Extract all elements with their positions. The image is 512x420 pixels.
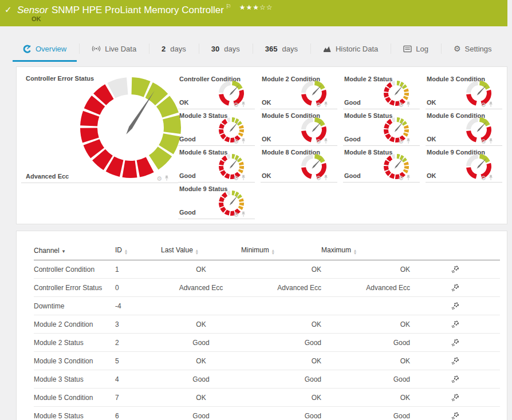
channel-settings-gears-icon[interactable] <box>451 265 460 274</box>
table-row[interactable]: Controller Condition1OKOKOK <box>34 260 500 279</box>
tab-number: 2 <box>162 45 166 53</box>
gauge-cell-controller-condition[interactable]: Controller ConditionOK⚙ <box>178 73 255 109</box>
table-cell: OK <box>161 260 241 279</box>
channel-settings-gears-icon[interactable] <box>451 283 460 292</box>
gauge-settings-gear-icon[interactable]: ⚙ <box>481 138 486 144</box>
column-header-last-value[interactable]: Last Value▴▾ <box>161 244 241 260</box>
pin-icon[interactable] <box>241 101 246 108</box>
table-cell: Good <box>241 334 321 352</box>
pin-icon[interactable] <box>489 101 493 108</box>
tab-historic-data[interactable]: Historic Data <box>310 35 391 62</box>
gauge-settings-gear-icon[interactable]: ⚙ <box>316 138 321 144</box>
pin-icon[interactable] <box>164 175 169 181</box>
gauge-settings-gear-icon[interactable]: ⚙ <box>316 102 321 108</box>
table-row[interactable]: Module 2 Status2GoodGoodGood <box>34 334 500 352</box>
gauge-cell-module-8-condition[interactable]: Module 8 ConditionOK⚙ <box>261 146 337 183</box>
gauge-cell-module-3-condition[interactable]: Module 3 ConditionOK⚙ <box>426 73 502 109</box>
channel-settings-gears-icon[interactable] <box>451 375 460 384</box>
table-cell: Advanced Ecc <box>321 279 410 297</box>
object-kind-label: Sensor <box>17 5 48 15</box>
gauge-cell-module-9-status[interactable]: Module 9 StatusGood⚙ <box>178 183 255 219</box>
gauge-cell-module-2-condition[interactable]: Module 2 ConditionOK⚙ <box>261 73 337 109</box>
table-row[interactable]: Module 5 Condition7OKOKOK <box>34 389 500 407</box>
channel-settings-gears-icon[interactable] <box>451 338 460 347</box>
priority-stars[interactable]: ★★★☆☆ <box>239 3 273 11</box>
gauge-cell-controller-error-status[interactable]: Controller Error Status Advanced Ecc ⚙ <box>21 73 178 183</box>
tab-30-days[interactable]: 30 days <box>199 35 253 62</box>
table-cell-settings <box>410 315 500 334</box>
pin-icon[interactable] <box>241 211 246 217</box>
sensor-header-bar: ✓ SensorSNMP HPE ProLiant Memory Control… <box>0 0 507 26</box>
gauge-value: Advanced Ecc <box>26 173 69 180</box>
channel-settings-gears-icon[interactable] <box>451 393 460 402</box>
tab-2-days[interactable]: 2 days <box>149 35 199 62</box>
column-header-maximum[interactable]: Maximum▴▾ <box>321 244 410 260</box>
gauge-settings-gear-icon[interactable]: ⚙ <box>156 176 162 181</box>
gauge-value: OK <box>179 99 189 106</box>
flag-icon[interactable]: ⚐ <box>226 3 231 10</box>
tab-overview[interactable]: Overview <box>10 35 79 62</box>
gauge-cell-module-5-status[interactable]: Module 5 StatusGood⚙ <box>343 109 420 146</box>
pin-icon[interactable] <box>241 175 246 181</box>
tab-live-data[interactable]: Live Data <box>79 35 149 62</box>
pin-icon[interactable] <box>406 101 411 108</box>
table-cell: OK <box>161 352 241 370</box>
gauge-cell-module-3-status[interactable]: Module 3 StatusGood⚙ <box>178 109 255 146</box>
channel-settings-gears-icon[interactable] <box>451 356 460 366</box>
gauge-settings-gear-icon[interactable]: ⚙ <box>233 138 239 144</box>
column-header-channel[interactable]: Channel▾ <box>34 244 115 260</box>
pin-icon[interactable] <box>324 175 328 181</box>
table-cell: Controller Error Status <box>34 279 115 297</box>
pin-icon[interactable] <box>324 138 328 144</box>
gauge-settings-gear-icon[interactable]: ⚙ <box>316 175 321 181</box>
gauge-icon <box>23 45 31 53</box>
gauge-settings-gear-icon[interactable]: ⚙ <box>481 175 486 181</box>
table-cell: OK <box>161 389 241 407</box>
table-row[interactable]: Module 2 Condition3OKOKOK <box>34 315 500 334</box>
table-cell: 3 <box>115 315 161 334</box>
gauge-settings-gear-icon[interactable]: ⚙ <box>233 102 239 108</box>
tab-365-days[interactable]: 365 days <box>253 35 310 62</box>
table-cell: Good <box>161 370 241 389</box>
column-header-minimum[interactable]: Minimum▴▾ <box>241 244 321 260</box>
table-row[interactable]: Module 5 Status6GoodGoodGood <box>34 407 500 420</box>
channel-settings-gears-icon[interactable] <box>451 320 460 329</box>
gauge-cell-module-5-condition[interactable]: Module 5 ConditionOK⚙ <box>261 109 337 146</box>
gauge-settings-gear-icon[interactable]: ⚙ <box>481 102 486 108</box>
gauge-settings-gear-icon[interactable]: ⚙ <box>398 138 404 144</box>
gauge-settings-gear-icon[interactable]: ⚙ <box>233 212 239 217</box>
table-cell: Module 3 Condition <box>34 352 115 370</box>
gauge-settings-gear-icon[interactable]: ⚙ <box>233 175 239 181</box>
column-header-id[interactable]: ID▴▾ <box>115 244 161 260</box>
tab-label: days <box>224 45 239 53</box>
table-row[interactable]: Module 3 Status4GoodGoodGood <box>34 370 500 389</box>
channel-settings-gears-icon[interactable] <box>451 411 460 420</box>
table-cell: Downtime <box>34 297 115 315</box>
pin-icon[interactable] <box>324 101 328 108</box>
table-row[interactable]: Module 3 Condition5OKOKOK <box>34 352 500 370</box>
pin-icon[interactable] <box>489 138 493 144</box>
gauge-value: OK <box>262 136 271 142</box>
table-cell <box>241 297 321 315</box>
tab-settings[interactable]: ⚙ Settings <box>441 35 505 62</box>
sort-icon: ▴▾ <box>196 249 198 255</box>
table-cell: Module 2 Status <box>34 334 115 352</box>
table-cell-settings <box>410 389 500 407</box>
pin-icon[interactable] <box>406 138 411 144</box>
gauge-cell-module-9-condition[interactable]: Module 9 ConditionOK⚙ <box>426 146 502 183</box>
gauge-cell-module-6-status[interactable]: Module 6 StatusGood⚙ <box>178 146 255 183</box>
table-row[interactable]: Controller Error Status0Advanced EccAdva… <box>34 279 500 297</box>
table-cell: Good <box>241 370 321 389</box>
table-cell-settings <box>410 260 500 279</box>
channel-settings-gears-icon[interactable] <box>451 302 460 311</box>
table-row[interactable]: Downtime-4 <box>34 297 500 315</box>
gauge-settings-gear-icon[interactable]: ⚙ <box>398 175 404 181</box>
tab-log[interactable]: Log <box>391 35 441 62</box>
gauge-cell-module-2-status[interactable]: Module 2 StatusGood⚙ <box>343 73 420 109</box>
pin-icon[interactable] <box>406 175 411 181</box>
pin-icon[interactable] <box>241 138 246 144</box>
gauge-cell-module-6-condition[interactable]: Module 6 ConditionOK⚙ <box>426 109 502 146</box>
gauge-cell-module-8-status[interactable]: Module 8 StatusGood⚙ <box>343 146 420 183</box>
pin-icon[interactable] <box>489 175 493 181</box>
gauge-settings-gear-icon[interactable]: ⚙ <box>398 102 404 108</box>
